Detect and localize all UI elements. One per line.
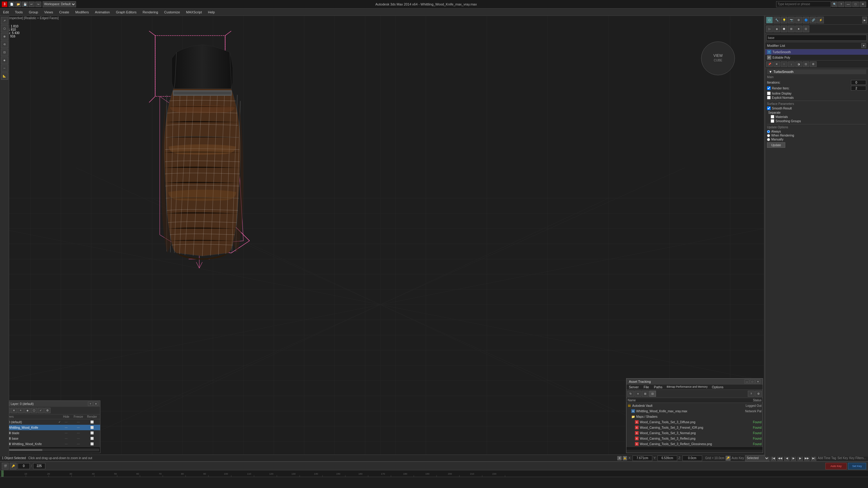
lt-btn6[interactable]: ◈ xyxy=(1,57,8,64)
config-btn[interactable]: ⚙ xyxy=(810,61,816,67)
turbosmooth-item[interactable]: T TurboSmooth xyxy=(765,49,868,55)
at-close-btn[interactable]: ✕ xyxy=(755,380,760,384)
rp-icon1[interactable]: ⬡ xyxy=(766,17,773,24)
at-list-btn[interactable]: ≡ xyxy=(634,391,641,397)
menu-customize[interactable]: Customize xyxy=(161,8,183,16)
at-details-btn[interactable]: ⊟ xyxy=(649,391,656,397)
rp-sel-btn4[interactable]: ⊞ xyxy=(788,26,795,32)
setkey-btn[interactable]: Set Key xyxy=(848,463,866,469)
tl-icon-anim[interactable]: 🎬 xyxy=(2,463,8,469)
menu-rendering[interactable]: Rendering xyxy=(140,8,161,16)
at-row-normal[interactable]: B Wood_Carving_Tools_Set_3_Normal.png Fo… xyxy=(626,430,763,436)
make-unique-btn[interactable]: ◑ xyxy=(795,61,802,67)
search-btn[interactable]: 🔍 xyxy=(832,2,838,7)
at-refresh-btn[interactable]: ↻ xyxy=(627,391,634,397)
maximize-btn[interactable]: □ xyxy=(852,2,859,7)
z-coord[interactable] xyxy=(682,455,702,461)
frame-input[interactable] xyxy=(18,463,30,469)
always-radio[interactable] xyxy=(767,130,770,133)
layer-row-whittling2[interactable]: Whittling_Wood_Knife — — ⬜ xyxy=(3,441,100,447)
timeline-track[interactable] xyxy=(0,477,868,488)
rp-sel-btn1[interactable]: ▷ xyxy=(766,26,773,32)
collapse-btn[interactable]: ⊡ xyxy=(803,61,809,67)
at-menu-file[interactable]: File xyxy=(641,385,651,389)
total-frames-input[interactable] xyxy=(33,463,45,469)
workspace-dropdown[interactable]: Workspace: Default xyxy=(42,1,76,7)
render-iters-input[interactable] xyxy=(851,86,866,91)
at-menu-bitmap[interactable]: Bitmap Performance and Memory xyxy=(665,385,710,389)
update-button[interactable]: Update xyxy=(767,142,785,148)
help-btn[interactable]: ? xyxy=(838,2,844,7)
when-rendering-radio[interactable] xyxy=(767,134,770,137)
rp-sel-btn2[interactable]: ◈ xyxy=(773,26,780,32)
open-btn[interactable]: 📂 xyxy=(15,2,21,7)
menu-tools[interactable]: Tools xyxy=(12,8,26,16)
menu-help[interactable]: Help xyxy=(205,8,218,16)
at-row-vault[interactable]: 🏛 Autodesk Vault Logged Out xyxy=(626,403,763,408)
move-up-btn[interactable]: ↑ xyxy=(781,61,787,67)
layer-cfg-btn[interactable]: ⚙ xyxy=(44,408,51,413)
smooth-result-checkbox[interactable] xyxy=(767,106,771,110)
at-row-maxfile[interactable]: M Whittling_Wood_Knife_max_vray.max Netw… xyxy=(626,408,763,414)
at-row-reflect[interactable]: B Wood_Carving_Tools_Set_3_Reflect.png F… xyxy=(626,436,763,441)
lt-btn8[interactable]: 📐 xyxy=(1,72,8,80)
save-btn[interactable]: 💾 xyxy=(22,2,28,7)
menu-graph-editors[interactable]: Graph Editors xyxy=(113,8,140,16)
layer-help-btn[interactable]: ? xyxy=(88,402,93,406)
menu-modifiers[interactable]: Modifiers xyxy=(72,8,92,16)
layer-row-blade[interactable]: blade — — ⬜ xyxy=(3,430,100,436)
new-btn[interactable]: 📄 xyxy=(8,2,14,7)
iterations-input[interactable] xyxy=(851,80,866,85)
manually-radio[interactable] xyxy=(767,138,770,141)
rp-icon3[interactable]: 💡 xyxy=(781,17,787,24)
layer-sel-btn[interactable]: ◈ xyxy=(24,408,30,413)
at-minimize-btn[interactable]: — xyxy=(744,380,749,384)
close-btn[interactable]: ✕ xyxy=(860,2,866,7)
at-restore-btn[interactable]: □ xyxy=(750,380,755,384)
lt-btn4[interactable]: ⟲ xyxy=(1,41,8,48)
at-row-maps[interactable]: 📁 Maps / Shaders xyxy=(626,414,763,419)
x-coord[interactable] xyxy=(632,455,652,461)
editable-poly-item[interactable]: P Editable Poly xyxy=(765,55,868,60)
menu-create[interactable]: Create xyxy=(56,8,72,16)
rp-icon8[interactable]: ⚡ xyxy=(817,17,824,24)
layer-row-whittling[interactable]: Whittling_Wood_Knife — — ⬜ xyxy=(3,425,100,430)
rp-sel-btn3[interactable]: ⬢ xyxy=(781,26,787,32)
rp-sel-btn5[interactable]: ★ xyxy=(795,26,802,32)
base-input[interactable] xyxy=(766,35,867,41)
move-down-btn[interactable]: ↓ xyxy=(788,61,795,67)
layer-add-obj-btn[interactable]: + xyxy=(18,408,24,413)
layer-row-base[interactable]: base — — ⬜ xyxy=(3,436,100,441)
at-icons-btn[interactable]: ⊞ xyxy=(642,391,649,397)
search-input[interactable] xyxy=(776,1,831,7)
pin-btn[interactable]: 📌 xyxy=(766,61,773,67)
layer-merge-btn[interactable]: ⬡ xyxy=(31,408,37,413)
rp-icon2[interactable]: 🔧 xyxy=(773,17,780,24)
at-menu-server[interactable]: Server xyxy=(626,385,641,389)
at-help-btn[interactable]: ? xyxy=(748,391,754,397)
isoline-checkbox[interactable] xyxy=(767,92,771,95)
rp-sel-btn6[interactable]: ⊡ xyxy=(803,26,809,32)
render-iters-checkbox[interactable] xyxy=(767,86,771,90)
undo-btn[interactable]: ↩ xyxy=(29,2,35,7)
rp-icon6[interactable]: 🔵 xyxy=(803,17,809,24)
rp-expand-btn[interactable]: ▶ xyxy=(862,17,867,24)
rp-icon4[interactable]: 📷 xyxy=(788,17,795,24)
at-menu-options[interactable]: Options xyxy=(710,385,726,389)
menu-animation[interactable]: Animation xyxy=(92,8,113,16)
materials-checkbox[interactable] xyxy=(771,115,774,119)
layer-active-btn[interactable]: ✓ xyxy=(38,408,44,413)
menu-group[interactable]: Group xyxy=(26,8,41,16)
lt-btn5[interactable]: ⊡ xyxy=(1,48,8,56)
timeline-ruler[interactable]: 0 10 20 30 40 50 60 70 80 90 100 110 120… xyxy=(0,470,868,477)
at-menu-paths[interactable]: Paths xyxy=(651,385,665,389)
at-row-fresnel[interactable]: B Wood_Carving_Tools_Set_3_Fresnel_IOR.p… xyxy=(626,425,763,430)
at-row-diffuse[interactable]: B Wood_Carving_Tools_Set_3_Diffuse.png F… xyxy=(626,419,763,425)
explicit-normals-checkbox[interactable] xyxy=(767,96,771,99)
tl-icon-key[interactable]: 🔑 xyxy=(10,463,17,469)
lt-btn1[interactable]: ↗ xyxy=(1,17,8,24)
rp-icon7[interactable]: 🔗 xyxy=(810,17,816,24)
lt-btn7[interactable]: ↔ xyxy=(1,64,8,72)
y-coord[interactable] xyxy=(657,455,677,461)
menu-maxscript[interactable]: MAXScript xyxy=(183,8,205,16)
